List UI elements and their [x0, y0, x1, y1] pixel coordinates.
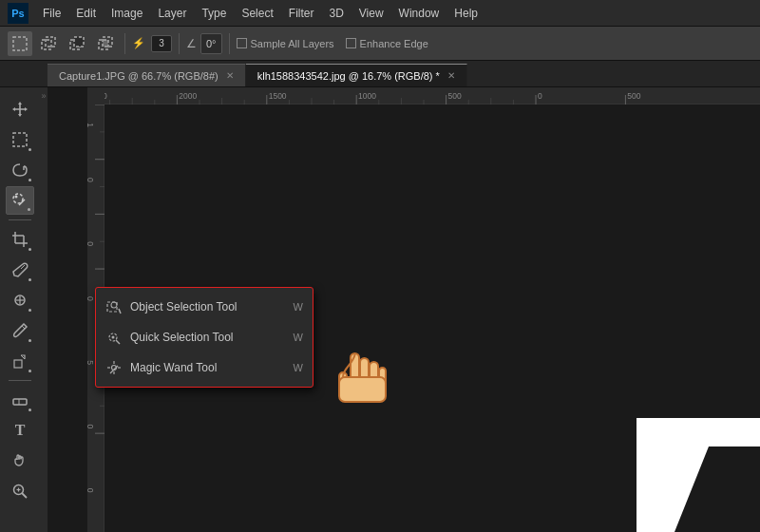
healing-tool[interactable]	[6, 286, 34, 314]
workspace: T »	[0, 87, 760, 532]
menu-type[interactable]: Type	[195, 4, 233, 23]
object-selection-shortcut: W	[294, 301, 303, 313]
svg-rect-101	[339, 377, 386, 402]
svg-text:500: 500	[627, 91, 640, 101]
tool-separator-1	[9, 219, 31, 220]
magic-wand-shortcut: W	[294, 362, 303, 373]
intersect-selection-btn[interactable]	[93, 31, 118, 56]
svg-text:1: 1	[87, 123, 95, 127]
options-bar: ⚡ 3 ∠ 0° Sample All Layers Enhance Edge	[0, 27, 760, 61]
svg-point-86	[111, 302, 117, 308]
hand-tool[interactable]	[6, 446, 34, 475]
svg-text:0: 0	[538, 91, 542, 101]
marquee-tool[interactable]	[6, 125, 34, 154]
hand-cursor-icon	[325, 344, 391, 415]
magic-wand-label: Magic Wand Tool	[130, 361, 286, 374]
angle-input[interactable]: 0°	[200, 33, 222, 54]
move-tool[interactable]	[6, 95, 34, 124]
tab-bar: Capture1.JPG @ 66.7% (RGB/8#) ✕ klh15883…	[0, 61, 760, 87]
tab-klh-label: klh1588343542.jpg @ 16.7% (RGB/8) *	[257, 70, 440, 82]
tab-capture1-label: Capture1.JPG @ 66.7% (RGB/8#)	[59, 70, 218, 82]
svg-rect-24	[13, 399, 27, 405]
svg-text:0: 0	[87, 488, 95, 493]
selection-tool[interactable]	[6, 186, 34, 215]
new-selection-btn[interactable]	[8, 31, 32, 56]
svg-point-88	[112, 336, 115, 339]
menu-view[interactable]: View	[352, 4, 390, 23]
svg-text:0: 0	[87, 241, 95, 246]
svg-line-21	[22, 326, 25, 329]
eyedropper-tool[interactable]	[6, 256, 34, 284]
magic-wand-icon	[105, 359, 123, 376]
menu-file[interactable]: File	[36, 4, 67, 23]
enhance-edge-checkbox[interactable]	[346, 38, 356, 48]
clone-tool[interactable]	[6, 347, 34, 375]
svg-rect-7	[103, 40, 108, 47]
object-selection-label: Object Selection Tool	[130, 300, 286, 314]
context-menu: Object Selection Tool W Quick Selection …	[95, 287, 314, 388]
feather-value[interactable]: 3	[151, 35, 172, 52]
canvas-image-preview	[636, 418, 760, 532]
canvas-area: 2500 2000 1500 1000 500 0 500	[40, 87, 760, 532]
menu-help[interactable]: Help	[447, 4, 484, 23]
svg-point-12	[15, 196, 18, 199]
svg-rect-22	[14, 360, 22, 368]
quick-select-icon	[105, 329, 123, 346]
tab-capture1-close[interactable]: ✕	[226, 70, 234, 81]
object-select-icon	[105, 298, 123, 315]
angle-icon: ∠	[186, 37, 197, 50]
eraser-tool[interactable]	[6, 386, 34, 414]
separator-3	[229, 33, 230, 54]
ctx-magic-wand[interactable]: Magic Wand Tool W	[96, 352, 313, 383]
menu-select[interactable]: Select	[235, 4, 279, 23]
panel-collapse-bar[interactable]: »	[40, 87, 48, 532]
feather-label: ⚡	[132, 37, 145, 49]
svg-text:500: 500	[447, 91, 461, 101]
ps-logo: Ps	[8, 3, 28, 24]
type-tool[interactable]: T	[6, 416, 34, 445]
menu-window[interactable]: Window	[392, 4, 446, 23]
ruler-corner	[87, 87, 104, 104]
menu-edit[interactable]: Edit	[69, 4, 103, 23]
svg-text:1500: 1500	[269, 91, 287, 101]
svg-rect-8	[13, 133, 27, 146]
zoom-tool[interactable]	[6, 477, 34, 505]
canvas-black-area	[674, 446, 760, 532]
ctx-quick-selection[interactable]: Quick Selection Tool W	[96, 322, 313, 352]
svg-text:0: 0	[87, 296, 95, 301]
svg-text:2000: 2000	[179, 91, 197, 101]
svg-rect-1	[42, 40, 51, 49]
svg-line-27	[22, 493, 27, 498]
svg-text:0: 0	[87, 425, 95, 429]
tab-capture1[interactable]: Capture1.JPG @ 66.7% (RGB/8#) ✕	[48, 64, 246, 86]
tool-separator-2	[9, 380, 31, 381]
crop-tool[interactable]	[6, 225, 34, 254]
svg-text:0: 0	[87, 178, 95, 182]
quick-selection-shortcut: W	[294, 332, 303, 343]
add-selection-btn[interactable]	[36, 31, 61, 56]
sample-all-layers-checkbox[interactable]	[237, 38, 247, 48]
subtract-selection-btn[interactable]	[65, 31, 89, 56]
svg-line-89	[116, 340, 120, 344]
tab-klh[interactable]: klh1588343542.jpg @ 16.7% (RGB/8) * ✕	[246, 64, 467, 86]
menu-bar: Ps File Edit Image Layer Type Select Fil…	[0, 0, 760, 27]
brush-tool[interactable]	[6, 316, 34, 345]
svg-rect-4	[74, 37, 84, 47]
tab-klh-close[interactable]: ✕	[447, 70, 455, 81]
enhance-edge-label[interactable]: Enhance Edge	[346, 38, 428, 49]
svg-text:5: 5	[87, 360, 95, 365]
menu-layer[interactable]: Layer	[151, 4, 193, 23]
svg-rect-2	[46, 37, 55, 47]
menu-3d[interactable]: 3D	[322, 4, 350, 23]
menu-image[interactable]: Image	[104, 4, 149, 23]
ctx-object-selection[interactable]: Object Selection Tool W	[96, 292, 313, 322]
svg-line-85	[119, 309, 121, 314]
separator-2	[179, 33, 180, 54]
lasso-tool[interactable]	[6, 156, 34, 184]
menu-filter[interactable]: Filter	[282, 4, 321, 23]
quick-selection-label: Quick Selection Tool	[130, 331, 286, 344]
separator-1	[124, 33, 125, 54]
sample-all-layers-label[interactable]: Sample All Layers	[237, 38, 334, 49]
ruler-top: 2500 2000 1500 1000 500 0 500	[87, 87, 760, 104]
svg-text:1000: 1000	[358, 91, 376, 101]
